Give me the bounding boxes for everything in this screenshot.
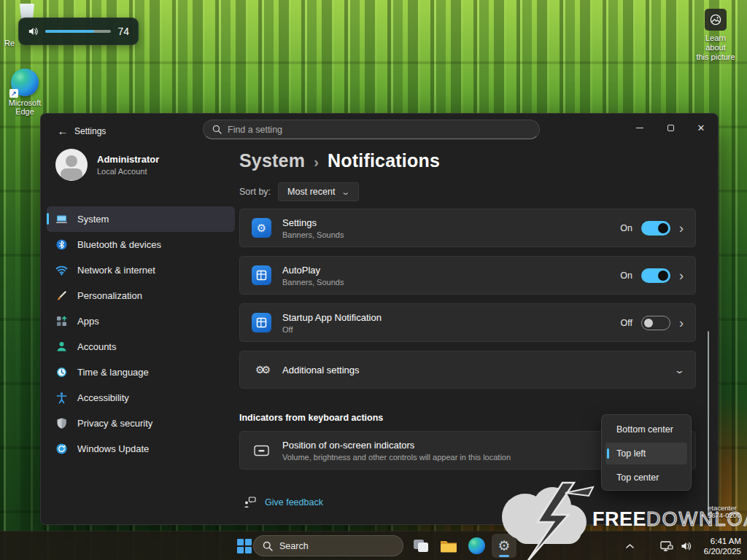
sidebar-item-system[interactable]: System: [47, 206, 235, 232]
edge-taskbar-button[interactable]: [465, 534, 487, 559]
feedback-icon: [244, 497, 256, 508]
notification-row-autoplay[interactable]: AutoPlay Banners, Sounds On ›: [239, 256, 696, 295]
sidebar-item-accessibility[interactable]: Accessibility: [47, 385, 235, 411]
sidebar-item-label: Time & language: [77, 367, 149, 378]
breadcrumb-system[interactable]: System: [239, 150, 305, 171]
sidebar-item-privacy-security[interactable]: Privacy & security: [47, 411, 235, 436]
update-icon: [55, 443, 68, 455]
sidebar-item-label: System: [77, 214, 109, 225]
tray-time: 6:41 AM: [711, 536, 741, 546]
avatar: [55, 149, 88, 181]
speaker-icon: [28, 26, 39, 37]
settings-taskbar-button-active[interactable]: ⚙: [492, 534, 516, 558]
speaker-icon: [680, 540, 692, 552]
give-feedback-link[interactable]: Give feedback: [244, 497, 323, 508]
dropdown-option-bottom-center[interactable]: Bottom center: [605, 419, 687, 440]
window-grid-icon: [252, 313, 271, 332]
dropdown-option-top-center[interactable]: Top center: [605, 467, 687, 489]
laptop-icon: [55, 213, 68, 225]
maximize-button[interactable]: [655, 114, 686, 141]
sidebar-item-label: Accounts: [77, 341, 116, 352]
sort-dropdown[interactable]: Most recent ⌄: [278, 182, 359, 201]
sidebar-item-label: Windows Update: [77, 443, 149, 454]
chevron-right-icon: ›: [679, 269, 684, 282]
taskbar: Search ⚙ 6:41 AM 6/20/2025: [0, 531, 747, 560]
account-name: Administrator: [97, 154, 159, 165]
sort-row: Sort by: Most recent ⌄: [239, 182, 359, 201]
window-title: Settings: [74, 126, 106, 136]
edge-desktop-shortcut[interactable]: ↗ Microsoft Edge: [6, 69, 44, 116]
position-dropdown-flyout: Bottom center Top left Top center: [601, 414, 692, 491]
chevron-right-icon: ›: [679, 316, 684, 330]
volume-slider[interactable]: [45, 30, 111, 33]
additional-settings-row[interactable]: ⚙⚙ Additional settings ⌄: [239, 351, 696, 389]
sidebar-item-label: Apps: [77, 316, 99, 327]
person-icon: [55, 341, 68, 353]
toggle-state-label: On: [620, 271, 632, 281]
row-title: Startup App Notification: [282, 312, 382, 323]
start-button[interactable]: [233, 534, 255, 559]
sidebar-item-accounts[interactable]: Accounts: [47, 334, 235, 359]
account-block[interactable]: Administrator Local Account: [55, 149, 159, 181]
scrollbar[interactable]: [708, 331, 709, 516]
sidebar-item-apps[interactable]: Apps: [47, 308, 235, 334]
row-subtitle: Banners, Sounds: [282, 230, 344, 239]
windows-logo-icon: [237, 539, 252, 553]
wifi-icon: [55, 264, 68, 276]
row-title: Settings: [282, 217, 344, 228]
chevron-down-icon: ⌄: [674, 365, 685, 376]
sidebar-item-label: Bluetooth & devices: [77, 239, 161, 250]
breadcrumb: System›Notifications: [239, 150, 440, 171]
sidebar-item-windows-update[interactable]: Windows Update: [47, 436, 235, 462]
account-type: Local Account: [97, 167, 159, 176]
sidebar-item-network-internet[interactable]: Network & internet: [47, 257, 235, 283]
breadcrumb-separator-icon: ›: [305, 154, 328, 170]
row-title: Position of on-screen indicators: [282, 440, 511, 451]
edge-shortcut-label: Microsoft Edge: [6, 98, 44, 116]
toggle-state-label: Off: [621, 318, 632, 328]
task-view-button[interactable]: [410, 534, 432, 559]
shield-icon: [55, 417, 68, 429]
autoplay-notifications-toggle[interactable]: [641, 268, 670, 283]
apps-grid-icon: [55, 315, 68, 327]
learn-about-picture-shortcut[interactable]: Learn about this picture: [694, 9, 737, 62]
sidebar-item-bluetooth-devices[interactable]: Bluetooth & devices: [47, 232, 235, 257]
tray-clock[interactable]: 6:41 AM 6/20/2025: [704, 532, 741, 560]
on-screen-indicator-icon: [252, 440, 271, 460]
learn-about-picture-label: Learn about this picture: [694, 34, 737, 62]
sort-by-label: Sort by:: [239, 187, 271, 197]
sort-dropdown-value: Most recent: [287, 187, 335, 197]
sidebar-item-personalization[interactable]: Personalization: [47, 283, 235, 308]
minimize-button[interactable]: [624, 114, 655, 141]
settings-notifications-toggle[interactable]: [641, 221, 670, 236]
sidebar-item-label: Personalization: [77, 290, 142, 301]
row-subtitle: Volume, brightness and other controls wi…: [282, 453, 511, 462]
gear-icon: ⚙: [498, 537, 510, 554]
back-button[interactable]: ←: [54, 122, 71, 140]
taskbar-search-label: Search: [279, 541, 309, 551]
window-grid-icon: [252, 265, 271, 285]
settings-window: ← Settings ✕ Administrator Local Account…: [40, 113, 719, 525]
accessibility-icon: [55, 392, 68, 404]
taskbar-search[interactable]: Search: [253, 535, 403, 556]
tray-hidden-icons-button[interactable]: [619, 534, 640, 559]
double-gear-icon: ⚙⚙: [252, 360, 271, 380]
network-icon: [660, 540, 673, 552]
find-setting-searchbox[interactable]: [203, 120, 540, 139]
file-explorer-button[interactable]: [438, 534, 460, 559]
dropdown-option-top-left[interactable]: Top left: [605, 443, 687, 464]
breadcrumb-notifications: Notifications: [328, 150, 440, 171]
notification-row-startup[interactable]: Startup App Notification Off Off ›: [239, 303, 696, 342]
search-icon: [212, 125, 222, 134]
find-setting-input[interactable]: [228, 125, 530, 135]
sidebar-item-label: Privacy & security: [77, 418, 152, 429]
startup-notifications-toggle[interactable]: [641, 316, 670, 330]
brush-icon: [55, 289, 68, 302]
sidebar-item-time-language[interactable]: Time & language: [47, 359, 235, 385]
edge-icon: [468, 537, 485, 554]
close-button[interactable]: ✕: [686, 114, 716, 141]
tray-volume-button[interactable]: [675, 534, 697, 559]
tray-date: 6/20/2025: [704, 546, 741, 556]
notification-row-settings[interactable]: ⚙ Settings Banners, Sounds On ›: [239, 209, 696, 247]
volume-osd: 74: [18, 18, 139, 45]
